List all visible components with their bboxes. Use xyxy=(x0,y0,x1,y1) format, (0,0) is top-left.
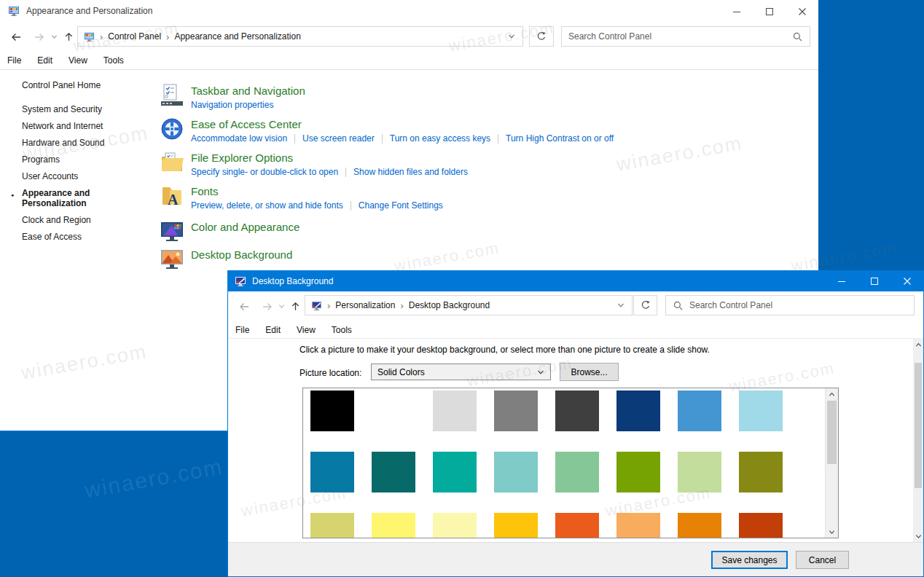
menu-view[interactable]: View xyxy=(297,325,316,335)
dialog-scrollbar[interactable] xyxy=(913,339,923,542)
color-swatch-fec30b[interactable] xyxy=(494,513,538,538)
color-swatch-000000[interactable] xyxy=(310,390,354,431)
sidebar-item-system-and-security[interactable]: System and Security xyxy=(22,104,140,114)
save-changes-button[interactable]: Save changes xyxy=(711,551,788,569)
dialog-up-button[interactable] xyxy=(286,291,304,321)
task-title-desktop-background[interactable]: Desktop Background xyxy=(191,248,292,262)
color-swatch-0a3a77[interactable] xyxy=(616,390,660,431)
dialog-search-icon[interactable] xyxy=(673,300,684,311)
task-link-navigation-properties[interactable]: Navigation properties xyxy=(191,100,273,110)
color-swatch-7f7f7f[interactable] xyxy=(494,390,538,431)
breadcrumb-chevron-icon[interactable]: › xyxy=(100,31,103,42)
color-swatch-3f3f3f[interactable] xyxy=(555,390,599,431)
color-swatch-fbf8ae[interactable] xyxy=(433,513,477,538)
picture-location-dropdown[interactable]: Solid Colors xyxy=(371,364,551,380)
dialog-scroll-down-icon[interactable] xyxy=(913,530,923,542)
color-swatch-ffffff[interactable] xyxy=(372,390,415,431)
color-swatch-7ecbc8[interactable] xyxy=(494,452,538,492)
close-button[interactable] xyxy=(786,0,818,23)
sidebar-item-programs[interactable]: Programs xyxy=(22,154,140,165)
dialog-forward-button[interactable] xyxy=(257,291,278,321)
menu-edit[interactable]: Edit xyxy=(37,55,52,66)
cancel-button[interactable]: Cancel xyxy=(796,551,849,569)
back-button[interactable] xyxy=(6,23,26,51)
dialog-maximize-button[interactable] xyxy=(858,271,890,291)
main-address-bar[interactable]: ›Control Panel›Appearance and Personaliz… xyxy=(77,26,523,47)
address-dropdown-chevron[interactable] xyxy=(504,33,520,40)
search-input[interactable] xyxy=(568,31,792,42)
dialog-address-dropdown-chevron[interactable] xyxy=(613,302,629,309)
sidebar-item-network-and-internet[interactable]: Network and Internet xyxy=(22,121,140,131)
task-title-fonts[interactable]: Fonts xyxy=(191,184,443,198)
color-swatch-85c796[interactable] xyxy=(555,452,599,492)
task-link-turn-on-easy-access-keys[interactable]: Turn on easy access keys xyxy=(390,133,490,144)
sidebar-item-clock-and-region[interactable]: Clock and Region xyxy=(22,215,140,225)
color-swatch-d5d46f[interactable] xyxy=(310,513,354,538)
task-title-file-explorer-options[interactable]: File Explorer Options xyxy=(191,151,468,165)
sidebar-item-ease-of-access[interactable]: Ease of Access xyxy=(22,232,140,242)
task-link-use-screen-reader[interactable]: Use screen reader xyxy=(302,133,375,144)
color-swatch-076a68[interactable] xyxy=(372,452,415,492)
color-swatch-dcdcdc[interactable] xyxy=(433,390,477,431)
breadcrumb-item-control-panel[interactable]: Control Panel xyxy=(108,31,161,42)
dialog-refresh-button[interactable] xyxy=(633,295,657,315)
maximize-button[interactable] xyxy=(753,0,786,23)
dialog-back-button[interactable] xyxy=(234,291,254,321)
main-search-box[interactable] xyxy=(561,26,810,47)
color-swatch-4496d3[interactable] xyxy=(678,390,721,431)
sidebar-item-user-accounts[interactable]: User Accounts xyxy=(22,171,140,181)
up-button[interactable] xyxy=(60,23,77,51)
sidebar-item-hardware-and-sound[interactable]: Hardware and Sound xyxy=(22,138,140,148)
breadcrumb-chevron-icon[interactable]: › xyxy=(400,300,403,311)
dialog-search-input[interactable] xyxy=(689,300,907,310)
color-swatch-fdf66e[interactable] xyxy=(372,513,415,538)
breadcrumb-item-desktop-background[interactable]: Desktop Background xyxy=(409,300,490,310)
menu-tools[interactable]: Tools xyxy=(332,325,352,335)
color-swatch-e88205[interactable] xyxy=(678,513,721,538)
dialog-scroll-thumb[interactable] xyxy=(915,363,922,488)
task-title-taskbar-and-navigation[interactable]: Taskbar and Navigation xyxy=(191,84,305,98)
task-link-specify-single-or-double-click-to-open[interactable]: Specify single- or double-click to open xyxy=(191,167,338,177)
task-link-preview-delete-or-show-and-hide-fonts[interactable]: Preview, delete, or show and hide fonts xyxy=(191,200,343,211)
task-link-accommodate-low-vision[interactable]: Accommodate low vision xyxy=(191,133,287,144)
color-list-scrollbar[interactable] xyxy=(825,388,838,538)
dialog-search-box[interactable] xyxy=(665,295,915,315)
recent-locations-chevron[interactable] xyxy=(48,23,60,51)
dialog-recent-locations-chevron[interactable] xyxy=(276,291,286,321)
color-swatch-f8ac5d[interactable] xyxy=(616,513,660,538)
color-swatch-c23f07[interactable] xyxy=(739,513,783,538)
dialog-close-button[interactable] xyxy=(890,271,923,291)
color-swatch-c3dd9d[interactable] xyxy=(678,452,721,492)
task-link-show-hidden-files-and-folders[interactable]: Show hidden files and folders xyxy=(353,167,468,177)
color-swatch-0679a5[interactable] xyxy=(310,452,354,492)
scroll-up-icon[interactable] xyxy=(826,388,838,400)
dialog-scroll-up-icon[interactable] xyxy=(913,339,923,350)
dialog-address-bar[interactable]: ›Personalization›Desktop Background xyxy=(305,295,633,315)
menu-view[interactable]: View xyxy=(68,55,87,66)
breadcrumb-item-personalization[interactable]: Personalization xyxy=(335,300,395,310)
task-link-turn-high-contrast-on-or-off[interactable]: Turn High Contrast on or off xyxy=(506,133,614,144)
color-swatch-02ab9b[interactable] xyxy=(433,452,477,492)
menu-file[interactable]: File xyxy=(7,55,21,66)
menu-edit[interactable]: Edit xyxy=(265,325,281,335)
color-list-scroll-thumb[interactable] xyxy=(827,401,837,464)
browse-button[interactable]: Browse... xyxy=(560,363,619,381)
menu-file[interactable]: File xyxy=(235,325,249,335)
task-title-color-and-appearance[interactable]: Color and Appearance xyxy=(191,220,299,234)
forward-button[interactable] xyxy=(29,23,50,51)
sidebar-item-appearance-and-personalization[interactable]: ●Appearance and Personalization xyxy=(22,188,140,208)
color-swatch-ea5b1c[interactable] xyxy=(555,513,599,538)
scroll-down-icon[interactable] xyxy=(826,526,838,538)
color-swatch-76a302[interactable] xyxy=(616,452,660,492)
task-title-ease-of-access-center[interactable]: Ease of Access Center xyxy=(191,117,614,131)
task-link-change-font-settings[interactable]: Change Font Settings xyxy=(359,200,443,211)
breadcrumb-item-appearance-and-personalization[interactable]: Appearance and Personalization xyxy=(174,31,300,42)
minimize-button[interactable] xyxy=(720,0,753,23)
breadcrumb-chevron-icon[interactable]: › xyxy=(166,31,169,42)
menu-tools[interactable]: Tools xyxy=(103,55,124,66)
dialog-minimize-button[interactable] xyxy=(825,271,858,291)
color-swatch-a0d9e8[interactable] xyxy=(739,390,783,431)
color-swatch-868a15[interactable] xyxy=(739,452,783,492)
sidebar-control-panel-home[interactable]: Control Panel Home xyxy=(22,80,157,90)
refresh-button[interactable] xyxy=(529,26,554,47)
